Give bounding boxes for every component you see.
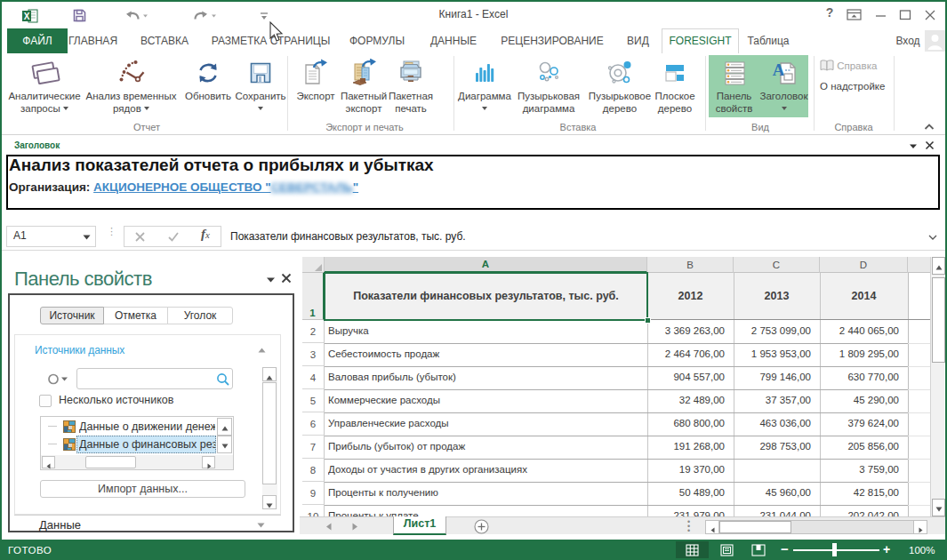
svg-text:A: A	[772, 60, 784, 79]
